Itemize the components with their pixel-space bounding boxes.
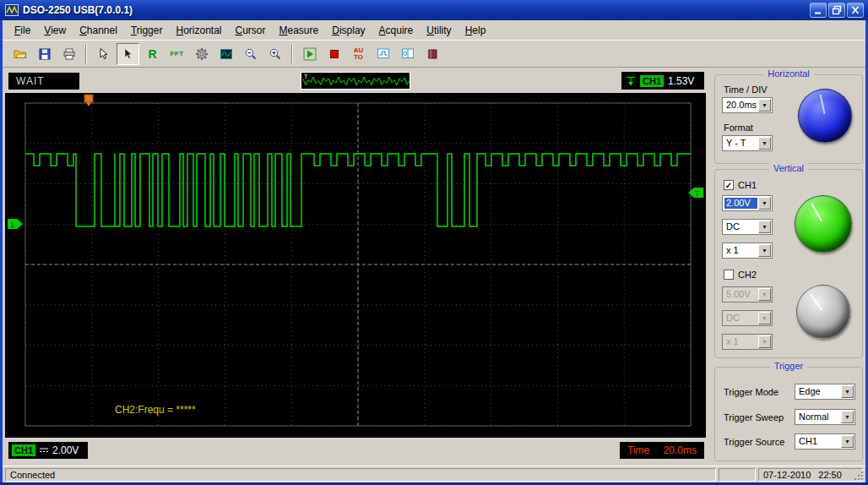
close-button[interactable] — [847, 3, 864, 18]
stop-button[interactable] — [323, 43, 345, 65]
dropdown-arrow-icon[interactable]: ▼ — [841, 385, 854, 398]
horizontal-knob[interactable] — [798, 89, 852, 143]
ch2-volts-select[interactable]: 5.00V ▼ — [722, 286, 773, 302]
menu-acquire[interactable]: Acquire — [372, 23, 420, 39]
dropdown-arrow-icon[interactable]: ▼ — [758, 99, 771, 112]
datetime-panel: 07-12-2010 22:50 — [758, 468, 863, 482]
timebase-readout: Time 20.0ms — [620, 442, 704, 459]
menu-channel[interactable]: Channel — [73, 23, 124, 39]
trigger-group: Trigger Trigger Mode Edge ▼ Trigger Swee… — [714, 367, 863, 461]
dropdown-arrow-icon[interactable]: ▼ — [841, 411, 854, 423]
minimize-button[interactable] — [810, 3, 827, 18]
white-pointer-icon — [97, 47, 111, 61]
restore-icon — [831, 5, 843, 15]
time-value: 20.0ms — [664, 444, 697, 456]
ch1-position-knob[interactable] — [795, 195, 852, 253]
run-button[interactable] — [298, 43, 321, 65]
fft-button[interactable]: FFT — [165, 43, 188, 65]
menu-display[interactable]: Display — [325, 23, 372, 39]
dc-coupling-icon — [39, 446, 49, 455]
chip-icon — [426, 47, 439, 61]
svg-text:T: T — [304, 74, 308, 79]
checkbox-box[interactable]: ✓ — [724, 270, 734, 280]
auto-setup-button[interactable]: AUTO — [347, 43, 370, 65]
zoom-out-button[interactable] — [239, 43, 262, 65]
ch2-coupling-select[interactable]: DC ▼ — [722, 310, 773, 326]
dropdown-arrow-icon[interactable]: ▼ — [758, 197, 771, 210]
ch1-volts-select[interactable]: 2.00V ▼ — [722, 195, 773, 211]
save-button[interactable] — [33, 43, 56, 65]
checkbox-box[interactable]: ✓ — [724, 180, 734, 190]
dropdown-arrow-icon[interactable]: ▼ — [758, 288, 771, 301]
stop-icon — [328, 47, 341, 61]
horizontal-group-title: Horizontal — [763, 68, 814, 79]
open-button[interactable] — [8, 43, 31, 65]
r-icon: R — [148, 47, 156, 61]
close-icon — [849, 5, 861, 15]
dropdown-arrow-icon[interactable]: ▼ — [841, 435, 854, 448]
time-div-select[interactable]: 20.0ms ▼ — [722, 97, 773, 113]
ch1-checkbox-label: CH1 — [738, 180, 757, 190]
trigger-mode-label: Trigger Mode — [724, 387, 778, 397]
settings-button[interactable] — [190, 43, 213, 65]
menu-file[interactable]: File — [8, 23, 37, 39]
ch1-checkbox[interactable]: ✓ CH1 — [724, 180, 757, 190]
trigger-group-title: Trigger — [770, 361, 807, 371]
menu-help[interactable]: Help — [458, 23, 493, 39]
print-button[interactable] — [57, 43, 80, 65]
menu-horizontal[interactable]: Horizontal — [169, 23, 228, 39]
auto-icon: AUTO — [354, 47, 364, 61]
format-select[interactable]: Y - T ▼ — [722, 135, 773, 151]
display-mode-button[interactable] — [372, 43, 394, 65]
svg-text:CH2:Frequ = *****: CH2:Frequ = ***** — [115, 404, 196, 416]
acquisition-status: WAIT — [8, 73, 79, 90]
app-icon — [5, 3, 19, 17]
volts-div-value: 2.00V — [52, 444, 79, 456]
dropdown-arrow-icon[interactable]: ▼ — [758, 335, 771, 348]
ch1-coupling-select[interactable]: DC ▼ — [722, 219, 773, 235]
fft-icon: FFT — [170, 50, 183, 57]
menu-measure[interactable]: Measure — [273, 23, 326, 39]
scope-display[interactable]: 1TCH2:Frequ = ***** — [5, 93, 706, 438]
trigger-position-preview: T — [301, 72, 410, 90]
toolbar: R FFT AUTO — [3, 40, 865, 68]
ch2-probe-select[interactable]: x 1 ▼ — [722, 334, 773, 350]
xy-mode-button[interactable] — [396, 43, 419, 65]
trigger-source-select[interactable]: CH1 ▼ — [795, 433, 855, 450]
dropdown-arrow-icon[interactable]: ▼ — [758, 244, 771, 257]
dropdown-arrow-icon[interactable]: ▼ — [758, 312, 771, 324]
ch1-probe-select[interactable]: x 1 ▼ — [722, 243, 773, 259]
printer-icon — [62, 47, 76, 61]
menu-utility[interactable]: Utility — [420, 23, 458, 39]
play-icon — [303, 47, 317, 61]
trigger-channel-badge: CH1 — [640, 75, 664, 87]
floppy-icon — [38, 47, 52, 61]
ch2-position-knob[interactable] — [796, 285, 850, 339]
time-div-label: Time / DIV — [724, 84, 768, 95]
menu-trigger[interactable]: Trigger — [124, 23, 170, 39]
scope-graticule: 1TCH2:Frequ = ***** — [5, 93, 706, 438]
waveform-view-button[interactable] — [214, 43, 237, 65]
pointer-tool-button[interactable] — [117, 43, 139, 65]
restore-button[interactable] — [828, 3, 845, 18]
window-title: DSO-2250 USB(7.0.0.1) — [23, 4, 133, 16]
vertical-group-title: Vertical — [769, 163, 808, 173]
dropdown-arrow-icon[interactable]: ▼ — [758, 137, 771, 150]
trigger-sweep-select[interactable]: Normal ▼ — [795, 409, 855, 425]
dropdown-arrow-icon[interactable]: ▼ — [758, 221, 771, 233]
menu-view[interactable]: View — [37, 23, 73, 39]
memory-button[interactable] — [420, 43, 443, 65]
ch2-checkbox[interactable]: ✓ CH2 — [724, 270, 757, 280]
toolbar-separator — [85, 45, 87, 63]
resize-grip[interactable] — [854, 471, 865, 482]
preview-waveform: T — [301, 73, 410, 89]
magnifier-plus-icon — [269, 47, 282, 61]
refresh-r-button[interactable]: R — [141, 43, 164, 65]
titlebar: DSO-2250 USB(7.0.0.1) — [0, 0, 868, 20]
trigger-mode-select[interactable]: Edge ▼ — [795, 384, 855, 400]
cursor-tool-button[interactable] — [92, 43, 115, 65]
knob-pointer — [820, 94, 826, 114]
zoom-in-button[interactable] — [263, 43, 286, 65]
svg-text:T: T — [695, 189, 700, 198]
menu-cursor[interactable]: Cursor — [229, 23, 273, 39]
